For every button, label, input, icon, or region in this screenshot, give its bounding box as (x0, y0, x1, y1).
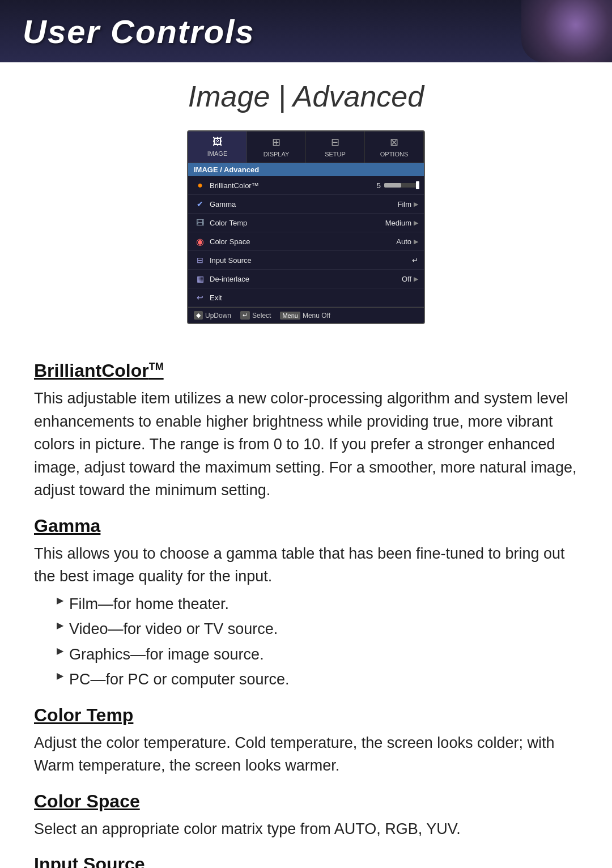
menu-item-brilliantcolor: ● BrilliantColor™ 5 (188, 176, 424, 195)
colortemp-icon: 🎞 (194, 216, 206, 229)
menu-tab-display-label: DISPLAY (264, 151, 290, 158)
menu-tabs: 🖼 IMAGE ⊞ DISPLAY ⊟ SETUP ⊠ OPTIONS (188, 131, 424, 163)
gamma-bullets: ▶ Film—for home theater. ▶ Video—for vid… (57, 593, 578, 691)
select-label: Select (252, 312, 271, 320)
menu-section-title: IMAGE / Advanced (188, 163, 424, 176)
bullet-arrow-4: ▶ (57, 669, 63, 683)
inputsource-enter: ↵ (412, 256, 418, 265)
bullet-text-1: Film—for home theater. (69, 593, 229, 616)
brilliantcolor-slider (384, 183, 418, 188)
menu-item-colorspace: ◉ Color Space Auto ▶ (188, 232, 424, 251)
colortemp-heading: Color Temp (34, 705, 578, 726)
menu-item-gamma: ✔ Gamma Film ▶ (188, 195, 424, 214)
bullet-graphics: ▶ Graphics—for image source. (57, 643, 578, 666)
brilliantcolor-heading: BrilliantColorTM (34, 360, 578, 381)
menu-footer: ◆ UpDown ↵ Select Menu Menu Off (188, 307, 424, 323)
colortemp-label: Color Temp (210, 219, 382, 227)
exit-icon: ↩ (194, 291, 206, 304)
options-tab-icon: ⊠ (367, 136, 421, 148)
menuoff-label: Menu Off (303, 312, 330, 320)
inputsource-icon: ⊟ (194, 254, 206, 266)
header-title: User Controls (23, 12, 255, 50)
menu-item-deinterlace: ▦ De-interlace Off ▶ (188, 270, 424, 288)
gamma-body: This allows you to choose a gamma table … (34, 542, 578, 588)
inputsource-label: Input Source (210, 256, 409, 265)
bullet-video: ▶ Video—for video or TV source. (57, 618, 578, 641)
display-tab-icon: ⊞ (249, 136, 303, 148)
menu-item-inputsource: ⊟ Input Source ↵ (188, 251, 424, 270)
brilliantcolor-body: This adjustable item utilizes a new colo… (34, 387, 578, 502)
header-lens-decoration (521, 0, 612, 62)
bullet-film: ▶ Film—for home theater. (57, 593, 578, 616)
section-gamma: Gamma This allows you to choose a gamma … (34, 516, 578, 691)
setup-tab-icon: ⊟ (308, 136, 362, 148)
bullet-pc: ▶ PC—for PC or computer source. (57, 668, 578, 691)
gamma-value: Film (397, 200, 411, 209)
select-key: ↵ (240, 311, 250, 320)
footer-updown: ◆ UpDown (194, 311, 231, 320)
gamma-label: Gamma (210, 200, 394, 209)
page-title-area: Image | Advanced (0, 62, 612, 125)
menu-tab-display: ⊞ DISPLAY (247, 131, 306, 163)
colorspace-icon: ◉ (194, 235, 206, 248)
menu-screenshot-container: 🖼 IMAGE ⊞ DISPLAY ⊟ SETUP ⊠ OPTIONS IMAG… (0, 130, 612, 324)
menu-tab-options-label: OPTIONS (380, 151, 409, 158)
bullet-arrow-3: ▶ (57, 644, 63, 658)
inputsource-heading: Input Source (34, 854, 578, 868)
menu-item-colortemp: 🎞 Color Temp Medium ▶ (188, 214, 424, 232)
colortemp-arrow: ▶ (414, 219, 418, 227)
section-colorspace: Color Space Select an appropriate color … (34, 791, 578, 841)
bullet-arrow-2: ▶ (57, 619, 63, 632)
gamma-arrow: ▶ (414, 201, 418, 208)
deinterlace-value: Off (402, 275, 411, 283)
menu-item-exit: ↩ Exit (188, 288, 424, 307)
page-title: Image | Advanced (0, 79, 612, 113)
menuoff-key: Menu (280, 312, 300, 320)
updown-key: ◆ (194, 311, 203, 320)
brilliantcolor-slider-fill (384, 183, 401, 188)
menu-box: 🖼 IMAGE ⊞ DISPLAY ⊟ SETUP ⊠ OPTIONS IMAG… (187, 130, 425, 324)
brilliantcolor-label: BrilliantColor™ (210, 181, 373, 190)
section-colortemp: Color Temp Adjust the color temperature.… (34, 705, 578, 777)
image-tab-icon: 🖼 (190, 136, 244, 148)
bullet-text-3: Graphics—for image source. (69, 643, 264, 666)
section-brilliantcolor: BrilliantColorTM This adjustable item ut… (34, 360, 578, 502)
colorspace-label: Color Space (210, 237, 393, 246)
brilliantcolor-value: 5 (377, 181, 381, 190)
section-inputsource: Input Source Enter the Input Source subm… (34, 854, 578, 868)
header-bar: User Controls (0, 0, 612, 62)
gamma-heading: Gamma (34, 516, 578, 537)
colorspace-value: Auto (396, 237, 411, 246)
colorspace-heading: Color Space (34, 791, 578, 812)
deinterlace-label: De-interlace (210, 275, 398, 283)
menu-tab-options: ⊠ OPTIONS (365, 131, 424, 163)
updown-label: UpDown (205, 312, 231, 320)
menu-tab-setup: ⊟ SETUP (306, 131, 365, 163)
footer-select: ↵ Select (240, 311, 271, 320)
colortemp-value: Medium (385, 219, 411, 227)
menu-tab-image-label: IMAGE (207, 150, 227, 157)
deinterlace-arrow: ▶ (414, 275, 418, 283)
content-area: BrilliantColorTM This adjustable item ut… (0, 341, 612, 868)
brilliantcolor-icon: ● (194, 179, 206, 192)
menu-tab-setup-label: SETUP (325, 151, 346, 158)
bullet-text-2: Video—for video or TV source. (69, 618, 278, 641)
menu-tab-image: 🖼 IMAGE (188, 131, 247, 163)
gamma-icon: ✔ (194, 198, 206, 210)
bullet-text-4: PC—for PC or computer source. (69, 668, 290, 691)
colorspace-arrow: ▶ (414, 238, 418, 245)
brilliantcolor-slider-thumb (416, 181, 419, 189)
deinterlace-icon: ▦ (194, 273, 206, 285)
bullet-arrow-1: ▶ (57, 594, 63, 607)
footer-menuoff: Menu Menu Off (280, 311, 330, 320)
exit-label: Exit (210, 293, 418, 302)
colorspace-body: Select an appropriate color matrix type … (34, 818, 578, 841)
colortemp-body: Adjust the color temperature. Cold tempe… (34, 731, 578, 777)
